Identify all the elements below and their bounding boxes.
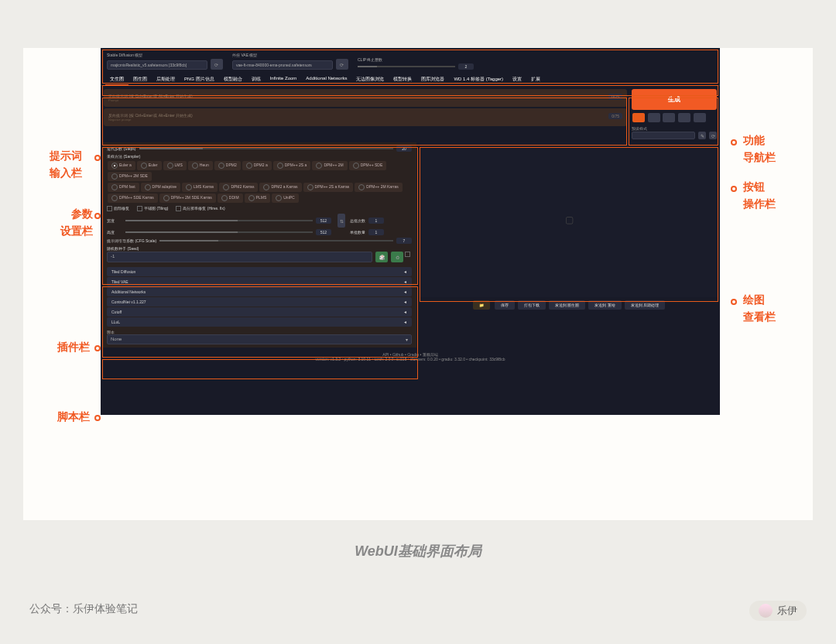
credit-text: 公众号：乐伊体验笔记 (29, 602, 138, 616)
annot-param-bar: 参数设置栏 (60, 207, 93, 238)
connector-dot (731, 186, 737, 192)
annot-script-bar: 脚本栏 (57, 410, 90, 424)
annot-draw-view: 绘图查看栏 (743, 293, 776, 324)
highlight-prompt (102, 98, 627, 146)
author-name: 乐伊 (777, 604, 797, 618)
highlight-generate (629, 98, 718, 146)
steps-slider[interactable] (139, 148, 393, 149)
height-slider[interactable] (125, 231, 313, 233)
annot-plugin-bar: 插件栏 (57, 341, 90, 355)
figure-caption: WebUI基础界面布局 (0, 542, 836, 560)
annot-func-nav: 功能导航栏 (743, 133, 776, 164)
webui-app: Stable Diffusion 模型 majicmixRealistic_v5… (101, 48, 720, 415)
cfg-slider[interactable] (159, 240, 393, 242)
connector-dot (94, 345, 101, 351)
avatar-icon (759, 604, 773, 618)
connector-dot (94, 155, 101, 161)
connector-dot (731, 299, 737, 305)
connector-dot (94, 213, 101, 219)
highlight-params (102, 147, 418, 285)
clip-slider[interactable] (358, 66, 455, 67)
highlight-script (102, 359, 418, 379)
annot-prompt-bar: 提示词输入栏 (50, 149, 82, 180)
highlight-tabs (102, 85, 718, 96)
author-badge: 乐伊 (749, 601, 807, 621)
highlight-plugins (102, 286, 418, 358)
highlight-preview (420, 147, 718, 302)
annot-btn-bar: 按钮操作栏 (743, 180, 776, 211)
width-slider[interactable] (125, 220, 313, 221)
connector-dot (731, 139, 737, 146)
connector-dot (94, 415, 101, 421)
